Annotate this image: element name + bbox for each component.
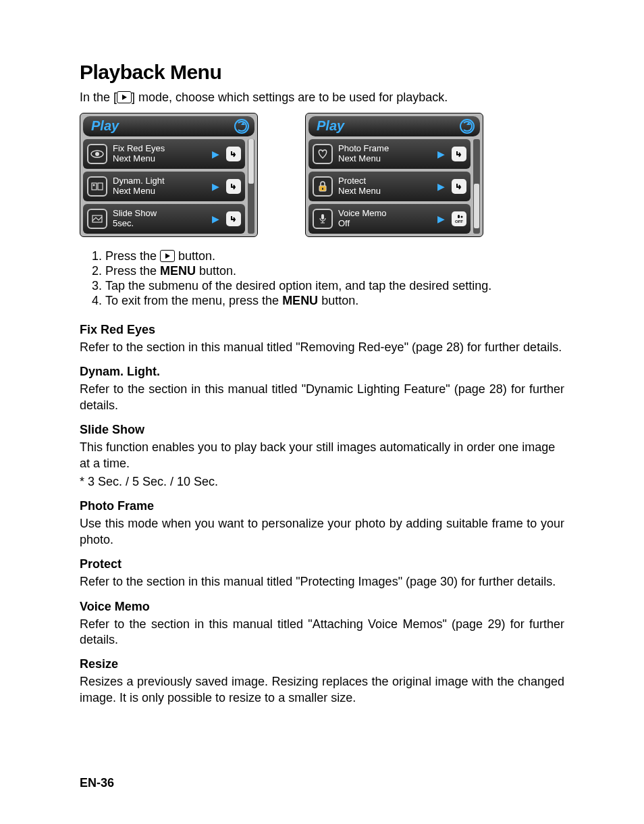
- scroll-thumb[interactable]: [248, 139, 254, 184]
- play-menu-panel-1: Play Fix Red Eyes Next Menu ▶: [80, 113, 258, 237]
- step-1: Press the button.: [105, 249, 564, 263]
- chevron-right-icon: ▶: [212, 181, 219, 192]
- mic-off-icon: OFF: [452, 211, 466, 226]
- section-fix-red-eyes: Fix Red Eyes Refer to the section in thi…: [80, 323, 564, 355]
- play-menu-panel-2: Play Photo Frame Next Menu ▶: [305, 113, 483, 237]
- section-slide-show: Slide Show This function enables you to …: [80, 423, 564, 490]
- intro-text: In the [] mode, choose which settings ar…: [80, 91, 564, 105]
- menu-item-photo-frame[interactable]: Photo Frame Next Menu ▶: [308, 139, 471, 169]
- svg-marker-13: [165, 253, 170, 259]
- svg-point-5: [93, 184, 95, 186]
- enter-icon: [452, 179, 466, 194]
- section-body: Refer to the section in this manual titl…: [80, 340, 564, 355]
- cycle-icon: [234, 119, 249, 134]
- section-photo-frame: Photo Frame Use this mode when you want …: [80, 499, 564, 548]
- section-voice-memo: Voice Memo Refer to the section in this …: [80, 600, 564, 648]
- menu-item-text: Voice Memo Off: [338, 209, 432, 229]
- menu-item-text: Fix Red Eyes Next Menu: [113, 144, 207, 164]
- section-heading: Photo Frame: [80, 499, 564, 513]
- lock-icon: [313, 176, 333, 197]
- svg-point-2: [95, 152, 99, 156]
- chevron-right-icon: ▶: [437, 213, 445, 224]
- scrollbar[interactable]: [248, 139, 254, 234]
- steps-list: Press the button. Press the MENU button.…: [80, 249, 564, 308]
- svg-point-11: [461, 216, 463, 218]
- svg-rect-10: [458, 215, 460, 218]
- play-mode-icon: [160, 250, 175, 262]
- intro-a: In the [: [80, 91, 117, 104]
- page-title: Playback Menu: [80, 61, 564, 84]
- menu-item-text: Slide Show 5sec.: [113, 209, 207, 229]
- menu-item-text: Protect Next Menu: [338, 176, 432, 197]
- enter-icon: [452, 147, 466, 161]
- menu-item-dynam-light[interactable]: Dynam. Light Next Menu ▶: [83, 172, 245, 201]
- svg-rect-8: [322, 188, 323, 190]
- section-heading: Slide Show: [80, 423, 564, 437]
- slide-icon: [87, 209, 107, 229]
- section-heading: Dynam. Light.: [80, 365, 564, 379]
- section-body: Resizes a previously saved image. Resizi…: [80, 674, 564, 706]
- step-4: To exit from the menu, press the MENU bu…: [105, 294, 564, 308]
- svg-rect-3: [92, 183, 97, 190]
- svg-rect-4: [98, 183, 103, 190]
- section-protect: Protect Refer to the section in this man…: [80, 557, 564, 590]
- section-heading: Voice Memo: [80, 600, 564, 614]
- cycle-icon: [460, 119, 475, 134]
- enter-icon: [226, 147, 241, 161]
- panel-header: Play: [308, 116, 480, 136]
- section-heading: Fix Red Eyes: [80, 323, 564, 337]
- enter-icon: [226, 211, 241, 226]
- chevron-right-icon: ▶: [212, 213, 219, 224]
- eye-icon: [87, 144, 107, 164]
- section-body: Refer to the section in this manual titl…: [80, 574, 564, 590]
- light-icon: [87, 176, 107, 197]
- heart-icon: [313, 144, 333, 164]
- menu-item-protect[interactable]: Protect Next Menu ▶: [308, 172, 471, 201]
- panel-title: Play: [317, 118, 344, 134]
- menu-item-fix-red-eyes[interactable]: Fix Red Eyes Next Menu ▶: [83, 139, 245, 169]
- menu-item-text: Photo Frame Next Menu: [338, 144, 432, 164]
- section-body: Refer to the section in this manual titl…: [80, 382, 564, 413]
- step-2: Press the MENU button.: [105, 264, 564, 278]
- intro-b: ] mode, choose which settings are to be …: [132, 91, 448, 104]
- scroll-thumb[interactable]: [474, 184, 479, 228]
- menu-item-voice-memo[interactable]: Voice Memo Off ▶ OFF: [308, 204, 471, 234]
- chevron-right-icon: ▶: [212, 149, 219, 159]
- scrollbar[interactable]: [473, 139, 480, 234]
- panel-title: Play: [91, 118, 119, 134]
- mic-icon: [313, 209, 333, 229]
- svg-rect-9: [321, 214, 324, 220]
- section-heading: Protect: [80, 557, 564, 571]
- section-body: Refer to the section in this manual titl…: [80, 617, 564, 648]
- panel-header: Play: [83, 116, 254, 136]
- menu-item-text: Dynam. Light Next Menu: [113, 176, 207, 197]
- chevron-right-icon: ▶: [437, 149, 445, 159]
- chevron-right-icon: ▶: [437, 181, 445, 192]
- step-3: Tap the submenu of the desired option it…: [105, 279, 564, 293]
- play-mode-icon: [117, 91, 132, 103]
- section-dynam-light: Dynam. Light. Refer to the section in th…: [80, 365, 564, 413]
- menu-screenshots: Play Fix Red Eyes Next Menu ▶: [80, 113, 564, 237]
- section-heading: Resize: [80, 657, 564, 671]
- section-body-2: * 3 Sec. / 5 Sec. / 10 Sec.: [80, 474, 564, 490]
- menu-item-slide-show[interactable]: Slide Show 5sec. ▶: [83, 204, 245, 234]
- svg-text:OFF: OFF: [455, 220, 463, 224]
- svg-marker-0: [122, 95, 127, 100]
- section-body: Use this mode when you want to personali…: [80, 516, 564, 548]
- page-number: EN-36: [80, 776, 114, 790]
- section-body: This function enables you to play back y…: [80, 440, 564, 471]
- enter-icon: [226, 179, 241, 194]
- section-resize: Resize Resizes a previously saved image.…: [80, 657, 564, 706]
